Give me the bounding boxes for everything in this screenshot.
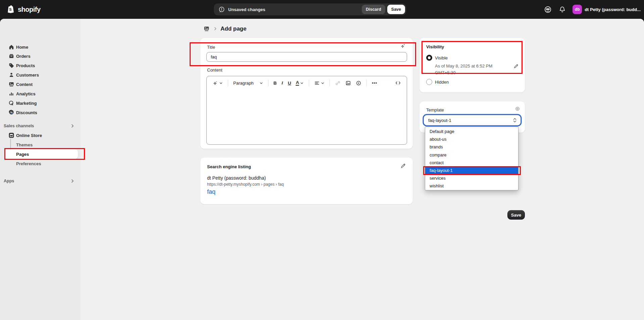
topbar: S shopify Unsaved changes Discard Save	[0, 0, 644, 19]
hidden-label: Hidden	[435, 80, 449, 85]
sales-channels-header[interactable]: Sales channels	[0, 121, 81, 131]
sidebar-item-discounts[interactable]: % Discounts	[0, 108, 81, 117]
align-button[interactable]	[312, 79, 326, 87]
template-dropdown: Default page about-us brands compare con…	[425, 127, 518, 190]
rich-text-editor: Paragraph B I U A	[206, 76, 407, 145]
bold-button[interactable]: B	[272, 80, 279, 87]
content-label: Content	[207, 67, 222, 73]
sidebar-item-analytics[interactable]: Analytics	[0, 89, 81, 98]
sidebar-item-content[interactable]: Content	[0, 80, 81, 89]
toolbar-divider	[268, 80, 268, 86]
discount-badge-icon: %	[8, 109, 15, 116]
seo-site-title: dt Petty (password: buddha)	[207, 175, 266, 181]
save-button[interactable]: Save	[507, 210, 525, 220]
edit-pencil-icon[interactable]	[400, 163, 406, 169]
toolbar-divider	[309, 80, 309, 86]
sidebar-item-products[interactable]: Products	[0, 61, 81, 70]
sidebar-item-customers[interactable]: Customers	[0, 70, 81, 80]
unsaved-changes-bar: Unsaved changes Discard Save	[214, 3, 406, 15]
template-heading: Template	[426, 107, 444, 112]
dropdown-option-brands[interactable]: brands	[425, 143, 518, 151]
toolbar-divider	[366, 80, 367, 86]
ai-sparkle-icon[interactable]	[400, 43, 406, 49]
visible-label: Visible	[435, 55, 448, 60]
insert-image-button[interactable]	[344, 79, 353, 87]
ai-magic-button[interactable]	[211, 79, 225, 87]
dropdown-option-contact[interactable]: contact	[425, 159, 518, 167]
insert-video-button[interactable]	[354, 79, 363, 87]
tag-icon	[8, 62, 15, 69]
bar-chart-icon	[8, 90, 15, 97]
sidekick-assistant-icon[interactable]	[544, 5, 552, 14]
page-title: Add page	[220, 26, 246, 32]
editor-text-area[interactable]	[207, 90, 407, 144]
topbar-right: db dt Petty (password: budd...	[544, 0, 641, 19]
svg-text:S: S	[9, 7, 11, 11]
select-updown-icon	[512, 118, 517, 123]
visibility-heading: Visibility	[426, 44, 444, 49]
account-name: dt Petty (password: budd...	[585, 7, 641, 12]
seo-card: Search engine listing dt Petty (password…	[200, 157, 413, 204]
shopify-logo[interactable]: S shopify	[7, 0, 41, 19]
chevron-right-icon	[70, 123, 75, 129]
underline-button[interactable]: U	[286, 80, 293, 87]
title-content-card: Title Content Paragraph B I U	[200, 38, 413, 149]
shopify-wordmark: shopify	[18, 6, 41, 13]
sidebar-item-pages[interactable]: Pages	[5, 149, 78, 159]
sidebar-item-home[interactable]: Home	[0, 42, 81, 52]
seo-page-link[interactable]: faq	[207, 188, 215, 195]
visible-radio[interactable]	[426, 55, 432, 61]
chevron-right-icon	[70, 178, 75, 184]
discard-button[interactable]: Discard	[362, 5, 385, 14]
sidebar-item-marketing[interactable]: Marketing	[0, 98, 81, 108]
topbar-save-button[interactable]: Save	[387, 5, 405, 14]
hidden-radio[interactable]	[426, 79, 432, 85]
sidebar: Home Orders Products Customers	[0, 19, 81, 320]
edit-pencil-icon[interactable]	[513, 63, 519, 69]
visibility-date-line1: As of May 8, 2025 at 6:52 PM	[435, 63, 492, 68]
template-select[interactable]: faq-layout-1	[424, 115, 521, 126]
shopify-admin: S shopify Unsaved changes Discard Save	[0, 0, 644, 320]
visibility-date-line2: GMT+5:30	[435, 70, 456, 75]
link-button[interactable]	[333, 79, 342, 87]
editor-toolbar: Paragraph B I U A	[207, 76, 407, 90]
chevron-right-icon	[213, 27, 217, 31]
dropdown-option-faq-layout-1[interactable]: faq-layout-1	[425, 167, 518, 174]
toolbar-divider	[330, 80, 330, 86]
person-icon	[8, 72, 15, 78]
title-label: Title	[207, 45, 215, 50]
account-menu[interactable]: db dt Petty (password: budd...	[573, 5, 641, 14]
view-eye-icon[interactable]	[515, 106, 520, 111]
title-input[interactable]	[206, 52, 407, 62]
apps-header[interactable]: Apps	[0, 176, 81, 186]
storefront-icon	[8, 132, 15, 139]
dropdown-option-compare[interactable]: compare	[425, 151, 518, 159]
notifications-bell-icon[interactable]	[559, 6, 566, 13]
target-icon	[8, 100, 15, 106]
code-view-button[interactable]	[393, 79, 403, 87]
template-select-value: faq-layout-1	[428, 118, 512, 123]
orders-icon	[8, 53, 15, 59]
more-options-button[interactable]: •••	[370, 80, 379, 86]
dropdown-option-wishlist[interactable]: wishlist	[425, 182, 518, 190]
pages-section-icon[interactable]	[203, 25, 210, 32]
media-icon	[8, 81, 15, 88]
alert-icon	[218, 6, 225, 13]
toolbar-divider	[228, 80, 228, 86]
breadcrumb: Add page	[203, 25, 246, 32]
paragraph-style-button[interactable]: Paragraph	[232, 80, 265, 87]
dropdown-option-services[interactable]: services	[425, 174, 518, 182]
visibility-card: Visibility Visible As of May 8, 2025 at …	[419, 38, 525, 92]
svg-text:%: %	[10, 111, 13, 114]
avatar: db	[573, 5, 582, 14]
dropdown-option-default-page[interactable]: Default page	[425, 128, 518, 135]
sidebar-item-preferences[interactable]: Preferences	[0, 159, 81, 168]
shopify-bag-icon: S	[7, 5, 15, 14]
seo-url: https://dt-petty.myshopify.com › pages ›…	[207, 182, 284, 187]
italic-button[interactable]: I	[280, 79, 285, 87]
seo-heading: Search engine listing	[207, 164, 251, 169]
dropdown-option-about-us[interactable]: about-us	[425, 135, 518, 143]
unsaved-changes-message: Unsaved changes	[228, 7, 362, 12]
text-color-button[interactable]: A	[294, 79, 305, 87]
sidebar-item-orders[interactable]: Orders	[0, 51, 81, 61]
